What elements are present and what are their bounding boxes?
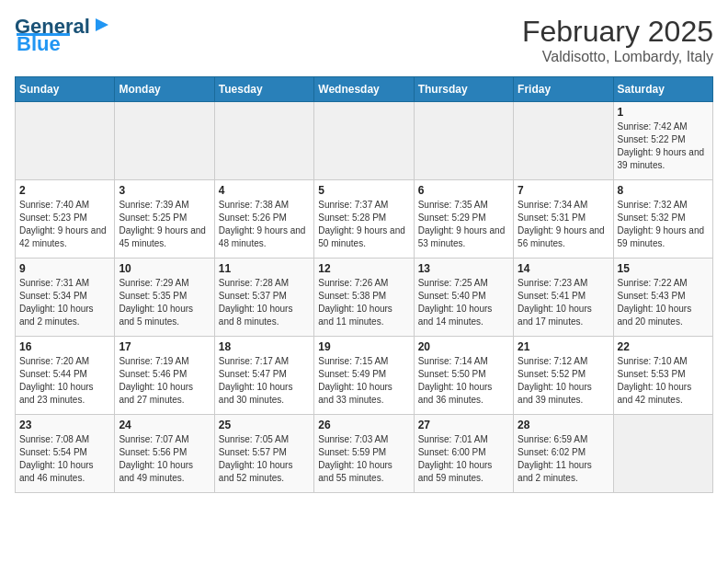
day-info: Sunrise: 7:01 AM Sunset: 6:00 PM Dayligh… (418, 433, 509, 485)
day-number: 17 (119, 340, 210, 353)
calendar-cell: 11Sunrise: 7:28 AM Sunset: 5:37 PM Dayli… (214, 259, 313, 337)
day-number: 16 (19, 340, 110, 353)
day-number: 23 (19, 419, 110, 431)
day-number: 22 (618, 340, 709, 353)
calendar-cell: 9Sunrise: 7:31 AM Sunset: 5:34 PM Daylig… (16, 259, 115, 337)
day-number: 28 (518, 419, 609, 431)
calendar-cell (115, 102, 214, 180)
day-info: Sunrise: 7:31 AM Sunset: 5:34 PM Dayligh… (19, 277, 110, 328)
day-info: Sunrise: 7:28 AM Sunset: 5:37 PM Dayligh… (219, 277, 310, 328)
day-number: 1 (618, 106, 709, 119)
title-block: February 2025 Valdisotto, Lombardy, Ital… (522, 15, 713, 65)
calendar-cell: 21Sunrise: 7:12 AM Sunset: 5:52 PM Dayli… (514, 337, 613, 415)
day-number: 25 (219, 419, 310, 431)
col-tuesday: Tuesday (214, 77, 313, 102)
calendar-cell: 26Sunrise: 7:03 AM Sunset: 5:59 PM Dayli… (314, 415, 414, 493)
day-number: 8 (618, 184, 709, 197)
day-info: Sunrise: 7:38 AM Sunset: 5:26 PM Dayligh… (219, 199, 310, 250)
calendar-cell (414, 102, 513, 180)
logo-arrow-icon (92, 15, 112, 35)
day-info: Sunrise: 7:08 AM Sunset: 5:54 PM Dayligh… (19, 433, 110, 485)
day-info: Sunrise: 7:25 AM Sunset: 5:40 PM Dayligh… (418, 277, 509, 328)
day-number: 2 (19, 184, 110, 197)
day-info: Sunrise: 7:26 AM Sunset: 5:38 PM Dayligh… (318, 277, 409, 328)
day-number: 3 (119, 184, 210, 197)
day-number: 11 (219, 262, 310, 275)
col-friday: Friday (514, 77, 613, 102)
day-info: Sunrise: 7:42 AM Sunset: 5:22 PM Dayligh… (618, 121, 709, 172)
day-info: Sunrise: 7:10 AM Sunset: 5:53 PM Dayligh… (618, 355, 709, 407)
day-number: 26 (318, 419, 409, 431)
calendar-cell: 16Sunrise: 7:20 AM Sunset: 5:44 PM Dayli… (16, 337, 115, 415)
day-info: Sunrise: 7:39 AM Sunset: 5:25 PM Dayligh… (119, 199, 210, 250)
calendar-cell (16, 102, 115, 180)
day-number: 20 (418, 340, 509, 353)
calendar-cell: 12Sunrise: 7:26 AM Sunset: 5:38 PM Dayli… (314, 259, 414, 337)
day-number: 4 (219, 184, 310, 197)
svg-marker-0 (96, 18, 108, 31)
calendar-header-row: Sunday Monday Tuesday Wednesday Thursday… (16, 77, 713, 102)
day-number: 18 (219, 340, 310, 353)
logo-blue: Blue (17, 32, 61, 56)
day-info: Sunrise: 7:17 AM Sunset: 5:47 PM Dayligh… (219, 355, 310, 407)
col-saturday: Saturday (613, 77, 712, 102)
day-info: Sunrise: 7:14 AM Sunset: 5:50 PM Dayligh… (418, 355, 509, 407)
calendar-cell: 18Sunrise: 7:17 AM Sunset: 5:47 PM Dayli… (214, 337, 313, 415)
day-number: 21 (518, 340, 609, 353)
calendar-table: Sunday Monday Tuesday Wednesday Thursday… (15, 76, 713, 493)
calendar-cell: 20Sunrise: 7:14 AM Sunset: 5:50 PM Dayli… (414, 337, 513, 415)
day-info: Sunrise: 7:37 AM Sunset: 5:28 PM Dayligh… (318, 199, 409, 250)
day-number: 7 (518, 184, 609, 197)
day-info: Sunrise: 7:07 AM Sunset: 5:56 PM Dayligh… (119, 433, 210, 485)
calendar-cell (314, 102, 414, 180)
day-number: 10 (119, 262, 210, 275)
calendar-cell (514, 102, 613, 180)
calendar-cell: 13Sunrise: 7:25 AM Sunset: 5:40 PM Dayli… (414, 259, 513, 337)
calendar-week-row: 16Sunrise: 7:20 AM Sunset: 5:44 PM Dayli… (16, 337, 713, 415)
day-info: Sunrise: 7:20 AM Sunset: 5:44 PM Dayligh… (19, 355, 110, 407)
calendar-cell: 19Sunrise: 7:15 AM Sunset: 5:49 PM Dayli… (314, 337, 414, 415)
calendar-cell (214, 102, 313, 180)
col-monday: Monday (115, 77, 214, 102)
calendar-cell: 15Sunrise: 7:22 AM Sunset: 5:43 PM Dayli… (613, 259, 712, 337)
col-sunday: Sunday (16, 77, 115, 102)
calendar-cell: 5Sunrise: 7:37 AM Sunset: 5:28 PM Daylig… (314, 180, 414, 259)
calendar-cell: 6Sunrise: 7:35 AM Sunset: 5:29 PM Daylig… (414, 180, 513, 259)
calendar-cell: 17Sunrise: 7:19 AM Sunset: 5:46 PM Dayli… (115, 337, 214, 415)
calendar-cell: 10Sunrise: 7:29 AM Sunset: 5:35 PM Dayli… (115, 259, 214, 337)
calendar-week-row: 23Sunrise: 7:08 AM Sunset: 5:54 PM Dayli… (16, 415, 713, 493)
col-wednesday: Wednesday (314, 77, 414, 102)
day-info: Sunrise: 7:29 AM Sunset: 5:35 PM Dayligh… (119, 277, 210, 328)
day-number: 9 (19, 262, 110, 275)
day-number: 24 (119, 419, 210, 431)
day-info: Sunrise: 6:59 AM Sunset: 6:02 PM Dayligh… (518, 433, 609, 485)
calendar-cell: 1Sunrise: 7:42 AM Sunset: 5:22 PM Daylig… (613, 102, 712, 180)
calendar-body: 1Sunrise: 7:42 AM Sunset: 5:22 PM Daylig… (16, 102, 713, 493)
day-number: 6 (418, 184, 509, 197)
calendar-cell: 22Sunrise: 7:10 AM Sunset: 5:53 PM Dayli… (613, 337, 712, 415)
day-info: Sunrise: 7:12 AM Sunset: 5:52 PM Dayligh… (518, 355, 609, 407)
calendar-cell: 4Sunrise: 7:38 AM Sunset: 5:26 PM Daylig… (214, 180, 313, 259)
calendar-cell (613, 415, 712, 493)
day-number: 5 (318, 184, 409, 197)
day-info: Sunrise: 7:03 AM Sunset: 5:59 PM Dayligh… (318, 433, 409, 485)
day-info: Sunrise: 7:32 AM Sunset: 5:32 PM Dayligh… (618, 199, 709, 250)
calendar-cell: 25Sunrise: 7:05 AM Sunset: 5:57 PM Dayli… (214, 415, 313, 493)
day-info: Sunrise: 7:22 AM Sunset: 5:43 PM Dayligh… (618, 277, 709, 328)
day-number: 27 (418, 419, 509, 431)
logo: General Blue (15, 15, 112, 56)
page-header: General Blue February 2025 Valdisotto, L… (15, 15, 713, 65)
calendar-week-row: 1Sunrise: 7:42 AM Sunset: 5:22 PM Daylig… (16, 102, 713, 180)
day-info: Sunrise: 7:35 AM Sunset: 5:29 PM Dayligh… (418, 199, 509, 250)
day-info: Sunrise: 7:40 AM Sunset: 5:23 PM Dayligh… (19, 199, 110, 250)
calendar-cell: 27Sunrise: 7:01 AM Sunset: 6:00 PM Dayli… (414, 415, 513, 493)
day-info: Sunrise: 7:19 AM Sunset: 5:46 PM Dayligh… (119, 355, 210, 407)
calendar-cell: 14Sunrise: 7:23 AM Sunset: 5:41 PM Dayli… (514, 259, 613, 337)
calendar-week-row: 2Sunrise: 7:40 AM Sunset: 5:23 PM Daylig… (16, 180, 713, 259)
calendar-cell: 23Sunrise: 7:08 AM Sunset: 5:54 PM Dayli… (16, 415, 115, 493)
day-number: 15 (618, 262, 709, 275)
calendar-cell: 7Sunrise: 7:34 AM Sunset: 5:31 PM Daylig… (514, 180, 613, 259)
day-info: Sunrise: 7:23 AM Sunset: 5:41 PM Dayligh… (518, 277, 609, 328)
day-info: Sunrise: 7:05 AM Sunset: 5:57 PM Dayligh… (219, 433, 310, 485)
calendar-cell: 3Sunrise: 7:39 AM Sunset: 5:25 PM Daylig… (115, 180, 214, 259)
